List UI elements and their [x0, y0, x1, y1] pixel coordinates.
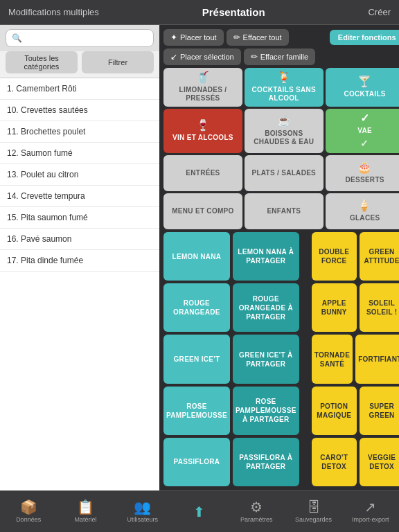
cat-cell-icon-glaces: 🍦: [357, 200, 371, 211]
category-item-9[interactable]: 17. Pita dinde fumée: [0, 250, 159, 272]
item-double-force[interactable]: DOUBLE FORCE: [312, 232, 357, 281]
nav-icon-donnees: 📦: [20, 500, 37, 514]
item-tornade-sante[interactable]: TORNADE SANTÉ: [312, 335, 353, 383]
cat-cell-plats-salades[interactable]: PLATS / SALADES: [245, 155, 323, 191]
cat-cell-boissons-chaudes[interactable]: ☕BOISSONS CHAUDES & EAU: [245, 109, 323, 153]
item-apple-bunny[interactable]: APPLE BUNNY: [312, 283, 357, 332]
cat-cell-entrees[interactable]: ENTRÉES: [163, 155, 242, 191]
search-bar: [0, 25, 159, 51]
nav-item-sauvegardes[interactable]: 🗄Sauvegardes: [285, 491, 342, 532]
cat-cell-icon-vae: ✓: [360, 113, 369, 124]
nav-item-presentation[interactable]: ⬆: [171, 491, 228, 532]
cat-cell-cocktails[interactable]: 🍸COCKTAILS: [326, 68, 399, 107]
right-panel: ✦ Placer tout ✏ Effacer tout Editer fonc…: [159, 25, 399, 490]
item-rose-pamplemousse-partager[interactable]: ROSE PAMPLEMOUSSE À PARTAGER: [233, 387, 299, 435]
effacer-famille-button[interactable]: ✏ Effacer famille: [244, 48, 316, 65]
nav-label-materiel: Matériel: [74, 516, 96, 523]
nav-label-parametres: Paramètres: [240, 516, 273, 523]
item-green-icet[interactable]: GREEN ICE'T: [163, 335, 230, 383]
cat-cell-label-entrees: ENTRÉES: [186, 169, 220, 177]
item-potion-magique[interactable]: POTION MAGIQUE: [312, 387, 357, 435]
item-super-green[interactable]: SUPER GREEN: [360, 387, 399, 435]
top-bar-right[interactable]: Créer: [368, 7, 391, 17]
nav-item-donnees[interactable]: 📦Données: [0, 491, 57, 532]
cat-cell-vae[interactable]: ✓VAE✓: [326, 109, 399, 153]
items-grid-wrapper: LEMON NANALEMON NANA À PARTAGERROUGE ORA…: [159, 232, 399, 490]
top-bar: Modifications multiples Présentation Cré…: [0, 0, 399, 25]
categories-button[interactable]: Toutes les catégories: [6, 51, 78, 73]
placer-selection-label: Placer sélection: [180, 53, 234, 61]
item-carot-detox[interactable]: CARO'T DETOX: [312, 438, 357, 486]
cat-cell-icon-desserts: 🎂: [357, 162, 371, 173]
cat-cell-vin-alcools[interactable]: 🍷VIN ET ALCOOLS: [163, 109, 242, 153]
item-rouge-orangeade[interactable]: ROUGE ORANGEADE: [163, 283, 230, 332]
nav-icon-sauvegardes: 🗄: [307, 500, 321, 514]
category-grid: 🥤LIMONADES / PRESSÉS🍹COCKTAILS SANS ALCO…: [159, 68, 399, 232]
category-item-4[interactable]: 12. Saumon fumé: [0, 143, 159, 164]
nav-label-donnees: Données: [16, 516, 41, 523]
nav-icon-presentation: ⬆: [193, 505, 205, 519]
nav-icon-parametres: ⚙: [250, 500, 263, 514]
cat-cell-icon-cocktails: 🍸: [357, 76, 371, 87]
item-passiflora[interactable]: PASSIFLORA: [163, 438, 230, 486]
cat-cell-icon-vin-alcools: 🍷: [196, 120, 210, 131]
filter-button[interactable]: Filtrer: [82, 51, 154, 73]
category-item-5[interactable]: 13. Poulet au citron: [0, 164, 159, 186]
item-fortifiant[interactable]: FORTIFIANT: [355, 335, 399, 383]
cat-cell-label-vae: VAE: [357, 127, 372, 135]
category-item-3[interactable]: 11. Brochettes poulet: [0, 121, 159, 143]
cat-cell-label-vin-alcools: VIN ET ALCOOLS: [172, 134, 233, 142]
cat-cell-label-limonades: LIMONADES / PRESSÉS: [166, 86, 240, 103]
category-item-2[interactable]: 10. Crevettes sautées: [0, 100, 159, 121]
placer-tout-button[interactable]: ✦ Placer tout: [163, 29, 224, 46]
bottom-nav: 📦Données📋Matériel👥Utilisateurs⬆⚙Paramètr…: [0, 490, 399, 532]
search-input[interactable]: [6, 29, 154, 47]
cat-cell-desserts[interactable]: 🎂DESSERTS: [326, 155, 399, 191]
cat-cell-icon-cocktails-sans-alcool: 🍹: [277, 72, 291, 83]
item-passiflora-partager[interactable]: PASSIFLORA À PARTAGER: [233, 438, 299, 486]
item-rouge-orangeade-partager[interactable]: ROUGE ORANGEADE À PARTAGER: [233, 283, 299, 332]
left-panel: Toutes les catégories Filtrer 1. Camembe…: [0, 25, 159, 490]
nav-item-materiel[interactable]: 📋Matériel: [57, 491, 114, 532]
cat-cell-menu-compo[interactable]: MENU ET COMPO: [163, 193, 242, 229]
item-green-icet-partager[interactable]: GREEN ICE'T À PARTAGER: [233, 335, 299, 383]
item-soleil-soleil[interactable]: SOLEIL SOLEIL !: [360, 283, 399, 332]
cat-cell-label-cocktails: COCKTAILS: [344, 90, 385, 98]
placer-selection-button[interactable]: ↙ Placer sélection: [163, 48, 241, 65]
cat-cell-label-cocktails-sans-alcool: COCKTAILS SANS ALCOOL: [247, 86, 321, 103]
main-layout: Toutes les catégories Filtrer 1. Camembe…: [0, 25, 399, 490]
effacer-famille-label: Effacer famille: [260, 53, 309, 61]
cat-cell-glaces[interactable]: 🍦GLACES: [326, 193, 399, 229]
cat-cell-label-boissons-chaudes: BOISSONS CHAUDES & EAU: [247, 130, 321, 146]
category-item-6[interactable]: 14. Crevette tempura: [0, 186, 159, 207]
nav-item-import-export[interactable]: ↗Import-export: [342, 491, 399, 532]
item-lemon-nana[interactable]: LEMON NANA: [163, 232, 230, 281]
category-item-8[interactable]: 16. Pavé saumon: [0, 229, 159, 250]
item-rose-pamplemousse[interactable]: ROSE PAMPLEMOUSSE: [163, 387, 230, 435]
category-item-7[interactable]: 15. Pita saumon fumé: [0, 207, 159, 229]
nav-item-parametres[interactable]: ⚙Paramètres: [228, 491, 285, 532]
item-lemon-nana-partager[interactable]: LEMON NANA À PARTAGER: [233, 232, 299, 281]
top-bar-left: Modifications multiples: [8, 7, 99, 17]
placer-selection-icon: ↙: [170, 52, 177, 62]
nav-item-utilisateurs[interactable]: 👥Utilisateurs: [114, 491, 171, 532]
filter-row: Toutes les catégories Filtrer: [0, 51, 159, 78]
category-item-1[interactable]: 1. Camembert Rôti: [0, 78, 159, 100]
item-green-attitude[interactable]: GREEN ATTITUDE: [360, 232, 399, 281]
nav-label-sauvegardes: Sauvegardes: [295, 516, 332, 523]
nav-label-import-export: Import-export: [352, 516, 389, 523]
cat-cell-limonades[interactable]: 🥤LIMONADES / PRESSÉS: [163, 68, 242, 107]
cat-cell-label-plats-salades: PLATS / SALADES: [251, 169, 316, 177]
right-items-col: DOUBLE FORCEGREEN ATTITUDEAPPLE BUNNYSOL…: [312, 232, 399, 486]
item-veggie-detox[interactable]: VEGGIE DETOX: [360, 438, 399, 486]
effacer-famille-icon: ✏: [251, 52, 258, 62]
cat-cell-label-glaces: GLACES: [350, 214, 380, 222]
cat-cell-cocktails-sans-alcool[interactable]: 🍹COCKTAILS SANS ALCOOL: [245, 68, 323, 107]
cat-cell-label-desserts: DESSERTS: [345, 176, 384, 184]
nav-icon-import-export: ↗: [364, 500, 376, 514]
edit-fonctions-button[interactable]: Editer fonctions: [330, 30, 399, 45]
cat-cell-enfants[interactable]: ENFANTS: [245, 193, 323, 229]
effacer-tout-button[interactable]: ✏ Effacer tout: [227, 29, 289, 46]
top-bar-center: Présentation: [202, 6, 265, 18]
effacer-tout-label: Effacer tout: [243, 33, 282, 42]
